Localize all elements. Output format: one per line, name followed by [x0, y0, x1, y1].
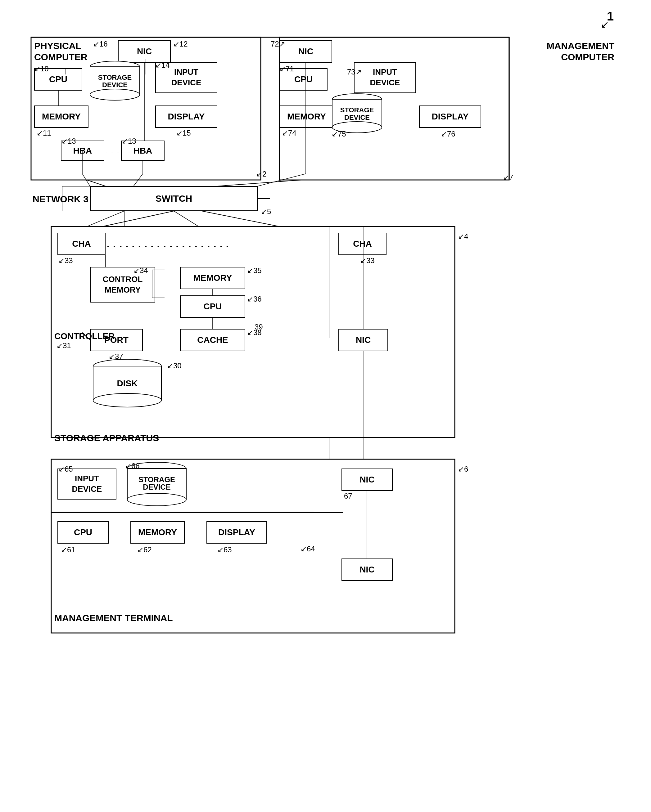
nic-box-terminal-top: NIC	[341, 469, 393, 491]
terminal-divider	[51, 512, 343, 513]
svg-text:DEVICE: DEVICE	[102, 81, 128, 89]
memory-box-terminal: MEMORY	[130, 521, 185, 543]
cpu-box-sa: CPU	[180, 295, 245, 318]
cache-box: CACHE	[180, 329, 245, 351]
switch-box: SWITCH	[90, 186, 258, 211]
ref-11: ↙11	[37, 129, 51, 137]
cha-dashes: - - - - - - - - - - - - - - - - - - - -	[107, 243, 230, 250]
cpu-box-terminal: CPU	[57, 521, 108, 543]
memory-box-sa: MEMORY	[180, 267, 245, 289]
ref-5: ↙5	[261, 207, 271, 216]
ref-33a: ↙33	[58, 256, 73, 265]
management-terminal-label: MANAGEMENT TERMINAL	[54, 613, 173, 623]
cha-box-1: CHA	[57, 233, 105, 255]
ref-16: ↙16	[93, 40, 108, 49]
svg-line-21	[217, 180, 301, 186]
ref-15: ↙15	[176, 129, 191, 137]
nic-box-physical: NIC	[118, 40, 171, 63]
ref-76: ↙76	[441, 130, 455, 138]
ref-71: ↙71	[280, 64, 294, 73]
display-box-management: DISPLAY	[419, 105, 481, 128]
ref-61: ↙61	[61, 545, 75, 554]
svg-text:STORAGE: STORAGE	[139, 475, 175, 484]
ref-34: ↙34	[133, 266, 148, 275]
svg-line-12	[102, 211, 174, 226]
svg-text:STORAGE: STORAGE	[340, 106, 374, 114]
ref-67: 67	[344, 492, 352, 501]
physical-computer-label: PHYSICALCOMPUTER	[34, 40, 87, 63]
storage-cylinder-physical: STORAGE DEVICE	[87, 61, 146, 101]
svg-point-29	[90, 89, 140, 100]
cha-box-2: CHA	[338, 233, 387, 255]
hba-dashes: - - - - -	[105, 148, 131, 156]
storage-apparatus-label: STORAGE APPARATUS	[54, 433, 159, 443]
ref-30: ↙30	[167, 362, 182, 370]
memory-box-physical: MEMORY	[34, 105, 89, 128]
svg-line-50	[82, 174, 90, 186]
ref-12: ↙12	[173, 40, 188, 49]
controller-label: CONTROLLER	[54, 331, 115, 341]
svg-line-55	[87, 211, 124, 226]
svg-text:DEVICE: DEVICE	[344, 114, 370, 121]
input-device-management: INPUTDEVICE	[354, 62, 416, 93]
nic-box-management: NIC	[280, 40, 332, 63]
svg-text:DEVICE: DEVICE	[143, 483, 170, 491]
ref-39: 39	[255, 323, 263, 331]
ref-62: ↙62	[137, 545, 152, 554]
nic-box-terminal-bottom: NIC	[341, 559, 393, 581]
storage-cylinder-management: STORAGE DEVICE	[329, 93, 388, 133]
svg-text:DISK: DISK	[117, 379, 138, 388]
ref-74: ↙74	[282, 129, 296, 137]
ref-73: 73↗	[347, 68, 362, 76]
ref-31: ↙31	[57, 341, 71, 350]
ref-63: ↙63	[217, 545, 232, 554]
ref-4: ↙4	[458, 232, 468, 241]
ref-2: ↙2	[256, 170, 266, 179]
ref-13a: ↙13	[61, 137, 76, 145]
ref-7: ↙7	[503, 173, 513, 182]
ref-75: ↙75	[332, 130, 346, 138]
ref-10: ↙10	[34, 64, 49, 73]
ref-6: ↙6	[458, 465, 468, 473]
svg-text:STORAGE: STORAGE	[98, 73, 131, 81]
display-box-terminal: DISPLAY	[206, 521, 267, 543]
svg-line-20	[87, 180, 105, 186]
display-box-physical: DISPLAY	[155, 105, 217, 128]
ref-36: ↙36	[247, 295, 262, 304]
ref-72: 72↗	[271, 40, 285, 49]
network-label: NETWORK 3	[33, 194, 89, 205]
ref-13b: ↙13	[122, 137, 136, 145]
nic-box-sa: NIC	[338, 329, 388, 351]
ref-64: ↙64	[301, 545, 315, 553]
figure-arrow: ↙	[601, 18, 609, 31]
memory-box-management: MEMORY	[280, 105, 334, 128]
ref-66: ↙66	[125, 462, 140, 470]
ref-65: ↙65	[58, 465, 73, 473]
ref-33b: ↙33	[360, 256, 375, 265]
svg-line-56	[174, 211, 199, 226]
svg-line-52	[133, 174, 143, 186]
disk-cylinder: DISK	[90, 359, 165, 408]
svg-point-43	[127, 493, 186, 506]
ref-35: ↙35	[247, 266, 262, 275]
ref-14: ↙14	[155, 61, 170, 70]
management-computer-label: MANAGEMENTCOMPUTER	[547, 40, 614, 63]
svg-point-39	[93, 394, 161, 407]
